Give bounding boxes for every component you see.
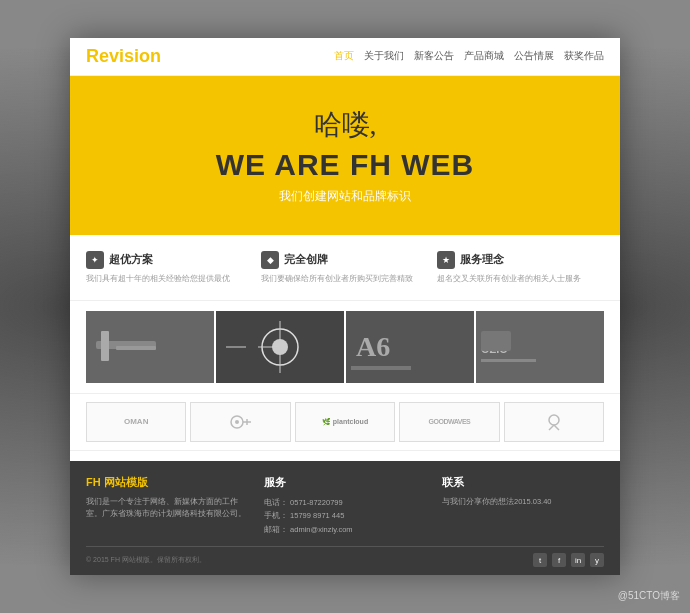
nav-item-news[interactable]: 新客公告 xyxy=(414,49,454,63)
portfolio-item-3[interactable]: OZIO xyxy=(476,311,604,383)
footer-phone2-value: 15799 8971 445 xyxy=(290,511,344,520)
footer-contact-text: 与我们分享你的想法2015.03.40 xyxy=(442,496,604,508)
hero-title: WE ARE FH WEB xyxy=(90,148,600,182)
svg-rect-2 xyxy=(101,331,109,361)
footer-services-title: 服务 xyxy=(264,475,426,490)
footer-brand-desc: 我们是一个专注于网络、新媒体方面的工作室。广东省珠海市的计划网络科技有限公司。 xyxy=(86,496,248,520)
logo-re: Re xyxy=(86,46,109,66)
feature-item-1: ◆ 完全创牌 我们要确保给所有创业者所购买到完善精致 xyxy=(261,251,428,284)
footer-phone2-label: 手机： xyxy=(264,511,288,520)
client-item-3: GOODWAVES xyxy=(399,402,499,442)
portfolio-section: A6 OZIO xyxy=(70,311,620,383)
nav: 首页 关于我们 新客公告 产品商城 公告情展 获奖作品 xyxy=(334,49,604,63)
svg-text:A6: A6 xyxy=(356,331,390,362)
svg-rect-13 xyxy=(351,366,411,370)
footer-copyright: © 2015 FH 网站模版。保留所有权利。 xyxy=(86,555,206,565)
footer-col-brand: FH 网站模版 我们是一个专注于网络、新媒体方面的工作室。广东省珠海市的计划网络… xyxy=(86,475,248,537)
feature-icon-0: ✦ xyxy=(86,251,104,269)
hero-greeting: 哈喽, xyxy=(90,106,600,144)
svg-rect-16 xyxy=(481,359,536,362)
linkedin-icon[interactable]: in xyxy=(571,553,585,567)
client-item-4 xyxy=(504,402,604,442)
footer-phone1-value: 0571-87220799 xyxy=(290,498,343,507)
page-wrapper: Revision 首页 关于我们 新客公告 产品商城 公告情展 获奖作品 哈喽,… xyxy=(70,38,620,576)
footer-col-contact: 联系 与我们分享你的想法2015.03.40 xyxy=(442,475,604,537)
feature-title-1: 完全创牌 xyxy=(284,252,328,267)
portfolio-item-2[interactable]: A6 xyxy=(346,311,474,383)
feature-desc-1: 我们要确保给所有创业者所购买到完善精致 xyxy=(261,273,428,284)
footer-brand-title: FH 网站模版 xyxy=(86,475,248,490)
client-logo-0: OMAN xyxy=(124,417,148,426)
watermark: @51CTO博客 xyxy=(618,589,680,603)
twitter-icon[interactable]: t xyxy=(533,553,547,567)
client-logo-2: 🌿 plantcloud xyxy=(322,418,368,426)
footer-phone1: 电话： 0571-87220799 xyxy=(264,496,426,510)
facebook-icon[interactable]: f xyxy=(552,553,566,567)
footer-top: FH 网站模版 我们是一个专注于网络、新媒体方面的工作室。广东省珠海市的计划网络… xyxy=(86,475,604,537)
footer-email-label: 邮箱： xyxy=(264,525,288,534)
logo-vision: vision xyxy=(109,46,161,66)
footer: FH 网站模版 我们是一个专注于网络、新媒体方面的工作室。广东省珠海市的计划网络… xyxy=(70,461,620,576)
nav-item-home[interactable]: 首页 xyxy=(334,49,354,63)
client-item-2: 🌿 plantcloud xyxy=(295,402,395,442)
hero-section: 哈喽, WE ARE FH WEB 我们创建网站和品牌标识 xyxy=(70,76,620,235)
client-item-1 xyxy=(190,402,290,442)
portfolio-item-0[interactable] xyxy=(86,311,214,383)
nav-item-awards[interactable]: 公告情展 xyxy=(514,49,554,63)
features-section: ✦ 超优方案 我们具有超十年的相关经验给您提供最优 ◆ 完全创牌 我们要确保给所… xyxy=(70,235,620,301)
client-item-0: OMAN xyxy=(86,402,186,442)
clients-section: OMAN 🌿 plantcloud GOODWAVES xyxy=(70,393,620,451)
footer-email: 邮箱： admin@xinziy.com xyxy=(264,523,426,537)
svg-point-19 xyxy=(235,420,239,424)
footer-bottom: © 2015 FH 网站模版。保留所有权利。 t f in y xyxy=(86,546,604,567)
feature-desc-0: 我们具有超十年的相关经验给您提供最优 xyxy=(86,273,253,284)
logo[interactable]: Revision xyxy=(86,46,161,67)
footer-phone2: 手机： 15799 8971 445 xyxy=(264,509,426,523)
portfolio-item-1[interactable] xyxy=(216,311,344,383)
feature-icon-1: ◆ xyxy=(261,251,279,269)
svg-line-23 xyxy=(549,425,554,430)
footer-social: t f in y xyxy=(533,553,604,567)
feature-header-1: ◆ 完全创牌 xyxy=(261,251,428,269)
footer-email-value: admin@xinziy.com xyxy=(290,525,353,534)
nav-item-about[interactable]: 关于我们 xyxy=(364,49,404,63)
feature-header-0: ✦ 超优方案 xyxy=(86,251,253,269)
nav-item-products[interactable]: 产品商城 xyxy=(464,49,504,63)
svg-rect-3 xyxy=(116,346,156,350)
hero-subtitle: 我们创建网站和品牌标识 xyxy=(90,188,600,205)
svg-line-24 xyxy=(554,425,559,430)
header: Revision 首页 关于我们 新客公告 产品商城 公告情展 获奖作品 xyxy=(70,38,620,76)
feature-item-2: ★ 服务理念 超名交叉关联所有创业者的相关人士服务 xyxy=(437,251,604,284)
footer-col-services: 服务 电话： 0571-87220799 手机： 15799 8971 445 … xyxy=(264,475,426,537)
client-logo-3: GOODWAVES xyxy=(429,418,471,425)
youtube-icon[interactable]: y xyxy=(590,553,604,567)
footer-contact-title: 联系 xyxy=(442,475,604,490)
feature-title-2: 服务理念 xyxy=(460,252,504,267)
svg-point-22 xyxy=(549,415,559,425)
nav-item-contact[interactable]: 获奖作品 xyxy=(564,49,604,63)
footer-phone1-label: 电话： xyxy=(264,498,288,507)
feature-icon-2: ★ xyxy=(437,251,455,269)
feature-header-2: ★ 服务理念 xyxy=(437,251,604,269)
feature-desc-2: 超名交叉关联所有创业者的相关人士服务 xyxy=(437,273,604,284)
feature-item-0: ✦ 超优方案 我们具有超十年的相关经验给您提供最优 xyxy=(86,251,253,284)
svg-rect-17 xyxy=(481,331,511,351)
feature-title-0: 超优方案 xyxy=(109,252,153,267)
